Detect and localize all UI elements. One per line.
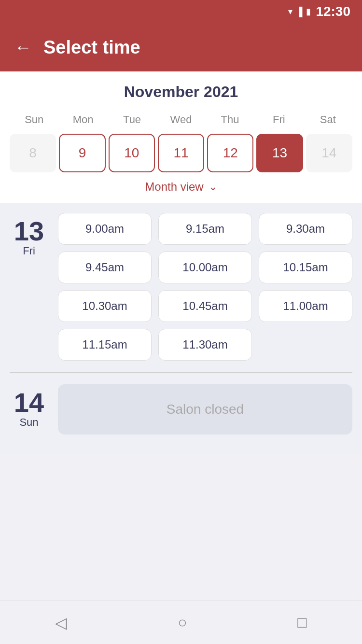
wifi-icon: ▾ [288,6,292,17]
time-slots-grid-13: 9.00am 9.15am 9.30am 9.45am 10.00am 10.1… [58,213,352,361]
signal-icon: ▐ [296,7,303,17]
status-bar: ▾ ▐ ▮ 12:30 [0,0,362,23]
weekday-sun: Sun [10,111,58,129]
day-name-14: Sun [19,416,38,429]
time-slot-1100[interactable]: 11.00am [259,290,352,322]
time-slot-1115[interactable]: 11.15am [58,329,152,361]
day-number-14: 14 Sun [10,384,48,429]
page-title: Select time [43,37,140,58]
time-slot-1045[interactable]: 10.45am [158,290,252,322]
weekday-sat: Sat [304,111,352,129]
month-view-toggle[interactable]: Month view ⌄ [10,172,352,197]
day-cell-12[interactable]: 12 [207,134,253,172]
calendar-days: 8 9 10 11 12 13 14 [10,134,352,172]
calendar-section: November 2021 Sun Mon Tue Wed Thu Fri Sa… [0,71,362,203]
day-cell-9[interactable]: 9 [59,134,105,172]
big-day-13: 13 [14,218,44,245]
big-day-14: 14 [14,389,44,416]
day-block-13: 13 Fri 9.00am 9.15am 9.30am 9.45am 10.00… [10,213,352,361]
time-section: 13 Fri 9.00am 9.15am 9.30am 9.45am 10.00… [0,203,362,454]
day-cell-10[interactable]: 10 [109,134,155,172]
day-cell-8: 8 [10,134,56,172]
day-divider [10,372,352,373]
nav-home-icon[interactable]: ○ [178,614,187,631]
day-cell-11[interactable]: 11 [158,134,204,172]
nav-back-icon[interactable]: ◁ [55,614,67,632]
status-time: 12:30 [316,4,350,19]
day-cell-14: 14 [306,134,352,172]
time-slot-1030[interactable]: 10.30am [58,290,152,322]
weekday-thu: Thu [206,111,254,129]
status-icons: ▾ ▐ ▮ [288,6,311,17]
nav-recent-icon[interactable]: □ [297,614,306,631]
time-slot-1130[interactable]: 11.30am [158,329,252,361]
time-slot-1015[interactable]: 10.15am [259,252,352,283]
day-number-13: 13 Fri [10,213,48,257]
salon-closed-box: Salon closed [58,384,352,434]
weekday-fri: Fri [254,111,303,129]
chevron-down-icon: ⌄ [209,181,217,193]
header: ← Select time [0,23,362,71]
day-name-13: Fri [23,245,35,257]
time-slot-945[interactable]: 9.45am [58,252,152,283]
battery-icon: ▮ [306,6,311,17]
time-slot-930[interactable]: 9.30am [259,213,352,245]
time-slot-1000[interactable]: 10.00am [158,252,252,283]
month-view-label: Month view [145,180,203,194]
salon-closed-label: Salon closed [167,402,244,417]
weekday-tue: Tue [108,111,156,129]
calendar-month: November 2021 [10,83,352,101]
day-cell-13[interactable]: 13 [256,134,303,172]
calendar-weekdays: Sun Mon Tue Wed Thu Fri Sat [10,111,352,129]
bottom-spacer [0,454,362,497]
time-slot-915[interactable]: 9.15am [158,213,252,245]
back-button[interactable]: ← [14,37,32,57]
time-slot-900[interactable]: 9.00am [58,213,152,245]
weekday-wed: Wed [156,111,205,129]
weekday-mon: Mon [58,111,107,129]
bottom-nav: ◁ ○ □ [0,601,362,644]
day-block-14: 14 Sun Salon closed [10,384,352,444]
